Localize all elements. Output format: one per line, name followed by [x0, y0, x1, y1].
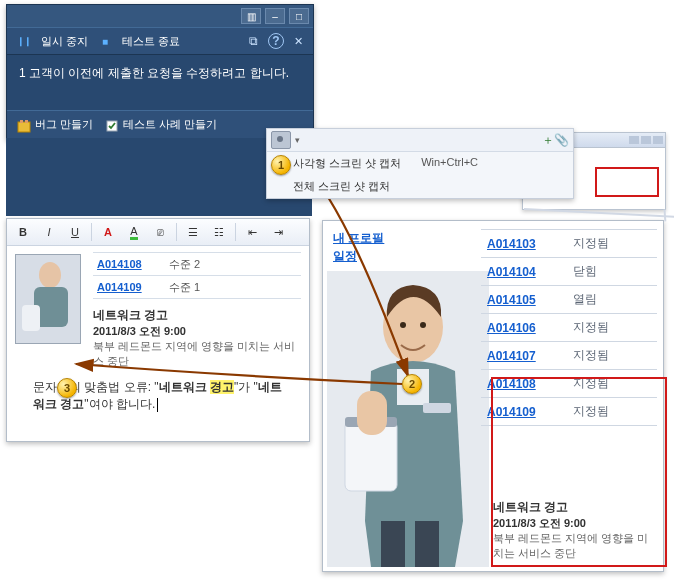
- runner-toolbar: 일시 중지 테스트 종료 ⧉: [7, 27, 313, 55]
- create-bug-button[interactable]: 버그 만들기: [17, 117, 93, 132]
- ticket-status: 지정됨: [573, 235, 609, 252]
- table-row[interactable]: A014103지정됨: [481, 230, 657, 258]
- minimize-icon[interactable]: –: [265, 8, 285, 24]
- stop-icon[interactable]: [98, 34, 112, 48]
- ticket-link[interactable]: A014103: [481, 237, 573, 251]
- menu-rect-label: 사각형 스크린 샷 캡처: [293, 156, 401, 171]
- menu-rect-capture[interactable]: 사각형 스크린 샷 캡처 Win+Ctrl+C: [267, 152, 573, 175]
- ticket-link[interactable]: A014105: [481, 293, 573, 307]
- table-row[interactable]: A014109 지정됨 수준 1: [93, 276, 301, 299]
- create-test-case-button[interactable]: 테스트 사례 만들기: [105, 117, 217, 132]
- svg-rect-13: [423, 403, 451, 413]
- indent-button[interactable]: ⇥: [266, 221, 290, 243]
- table-row[interactable]: A014108지정됨: [481, 370, 657, 398]
- ticket-link[interactable]: A014106: [481, 321, 573, 335]
- bold-button[interactable]: B: [11, 221, 35, 243]
- test-case-icon: [105, 119, 119, 133]
- ticket-link[interactable]: A014109: [481, 405, 573, 419]
- callout-2: 2: [402, 374, 422, 394]
- ticket-link[interactable]: A014109: [93, 281, 169, 293]
- ticket-link[interactable]: A014107: [481, 349, 573, 363]
- alert-time: 2011/8/3 오전 9:00: [493, 516, 655, 531]
- svg-rect-7: [22, 305, 40, 331]
- network-alert-block: 네트워크 경고 2011/8/3 오전 9:00 북부 레드몬드 지역에 영향을…: [493, 499, 655, 561]
- attach-icon[interactable]: ＋📎: [542, 132, 569, 149]
- callout-3: 3: [57, 378, 77, 398]
- editor-ticket-list: A014108 지정됨 수준 2 A014109 지정됨 수준 1: [93, 252, 301, 299]
- bullet-list-button[interactable]: ☰: [181, 221, 205, 243]
- alert-title: 네트워크 경고: [93, 307, 301, 324]
- new-window-icon[interactable]: ⧉: [249, 34, 258, 48]
- highlight-button[interactable]: A: [122, 221, 146, 243]
- technician-photo: [327, 271, 489, 567]
- camera-icon[interactable]: [271, 131, 291, 149]
- alert-body: 북부 레드몬드 지역에 영향을 미치는 서비스 중단: [493, 531, 655, 561]
- svg-point-11: [420, 322, 426, 328]
- ticket-level: 수준 2: [169, 257, 200, 272]
- screenshot-thumbnail[interactable]: [15, 254, 81, 344]
- alert-time: 2011/8/3 오전 9:00: [93, 324, 301, 339]
- test-runner-window: ▥ – □ 일시 중지 테스트 종료 ⧉ 1 고객이 이전에 제출한 요청을 수…: [6, 4, 314, 140]
- table-row[interactable]: A014104닫힘: [481, 258, 657, 286]
- ticket-link[interactable]: A014108: [93, 258, 169, 270]
- editor-toolbar: B I U A A ⎚ ☰ ☷ ⇤ ⇥: [7, 219, 309, 246]
- outdent-button[interactable]: ⇤: [240, 221, 264, 243]
- table-row[interactable]: A014107지정됨: [481, 342, 657, 370]
- table-row[interactable]: A014105열림: [481, 286, 657, 314]
- svg-rect-2: [25, 120, 28, 123]
- svg-rect-16: [357, 391, 387, 435]
- mini-close-icon: [653, 136, 663, 144]
- ticket-link[interactable]: A014104: [481, 265, 573, 279]
- menu-full-capture[interactable]: 전체 스크린 샷 캡처: [267, 175, 573, 198]
- notes-editor-window: B I U A A ⎚ ☰ ☷ ⇤ ⇥ A014108 지정됨 수준 2: [6, 218, 310, 442]
- ticket-status: 지정됨: [573, 347, 609, 364]
- svg-point-5: [39, 262, 61, 288]
- alert-title: 네트워크 경고: [493, 499, 655, 516]
- svg-rect-0: [18, 122, 30, 132]
- maximize-icon[interactable]: □: [289, 8, 309, 24]
- table-row[interactable]: A014109지정됨: [481, 398, 657, 426]
- close-icon[interactable]: [294, 35, 303, 48]
- menu-rect-shortcut: Win+Ctrl+C: [421, 156, 478, 171]
- font-color-button[interactable]: A: [96, 221, 120, 243]
- italic-button[interactable]: I: [37, 221, 61, 243]
- svg-rect-17: [381, 521, 405, 567]
- svg-rect-1: [20, 120, 23, 123]
- network-alert-block: 네트워크 경고 2011/8/3 오전 9:00 북부 레드몬드 지역에 영향을…: [93, 307, 301, 369]
- underline-button[interactable]: U: [63, 221, 87, 243]
- pause-button[interactable]: 일시 중지: [41, 34, 88, 49]
- mini-region-highlight: [595, 167, 659, 197]
- number-list-button[interactable]: ☷: [207, 221, 231, 243]
- table-row[interactable]: A014108 지정됨 수준 2: [93, 253, 301, 276]
- svg-rect-18: [415, 521, 439, 567]
- ticket-status: 닫힘: [573, 263, 597, 280]
- mini-max-icon: [641, 136, 651, 144]
- alert-body: 북부 레드몬드 지역에 영향을 미치는 서비스 중단: [93, 339, 301, 369]
- clear-format-button[interactable]: ⎚: [148, 221, 172, 243]
- bug-icon: [17, 119, 31, 133]
- end-test-button[interactable]: 테스트 종료: [122, 34, 180, 49]
- text-caret: [157, 398, 158, 412]
- ticket-table: A014103지정됨 A014104닫힘 A014105열림 A014106지정…: [481, 229, 657, 426]
- callout-1: 1: [271, 155, 291, 175]
- ticket-status: 열림: [573, 291, 597, 308]
- ticket-status: 지정됨: [573, 319, 609, 336]
- test-step-text: 1 고객이 이전에 제출한 요청을 수정하려고 합니다.: [7, 55, 313, 82]
- screenshot-menu: ▾ ＋📎 1 사각형 스크린 샷 캡처 Win+Ctrl+C 전체 스크린 샷 …: [266, 128, 574, 199]
- profile-panel: 내 프로필 일정 A014103지정됨 A014104닫힘 A014105열림 …: [322, 220, 664, 572]
- pause-icon[interactable]: [17, 34, 31, 48]
- ticket-status: 지정됨: [573, 375, 609, 392]
- help-icon[interactable]: [268, 33, 284, 49]
- ticket-status: 지정됨: [573, 403, 609, 420]
- dock-icon[interactable]: ▥: [241, 8, 261, 24]
- svg-point-10: [400, 322, 406, 328]
- mini-min-icon: [629, 136, 639, 144]
- runner-titlebar: ▥ – □: [7, 5, 313, 27]
- table-row[interactable]: A014106지정됨: [481, 314, 657, 342]
- dropdown-chevron-icon[interactable]: ▾: [295, 135, 300, 145]
- ticket-link[interactable]: A014108: [481, 377, 573, 391]
- ticket-level: 수준 1: [169, 280, 200, 295]
